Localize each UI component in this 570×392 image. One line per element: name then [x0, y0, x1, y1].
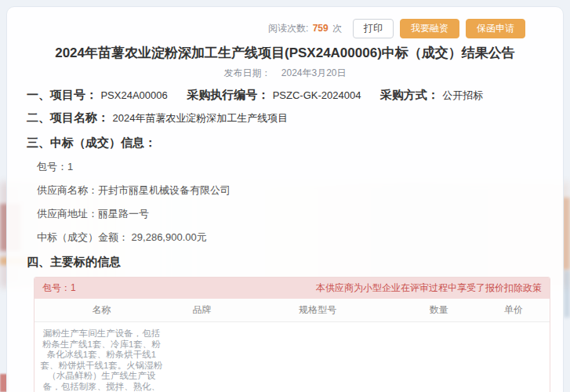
print-button[interactable]: 打印	[353, 19, 394, 38]
award-amount: 中标（成交）金额： 29,286,900.00元	[37, 230, 563, 245]
publish-date: 发布日期： 2024年3月20日	[7, 67, 563, 80]
page-title: 2024年苗薯农业淀粉深加工生产线项目(PSX24A00006)中标（成交）结果…	[7, 44, 563, 62]
exec-number-value: PSZC-GK-2024004	[273, 89, 361, 101]
col-header-name: 名称	[34, 299, 169, 322]
supplier-address: 供应商地址：丽星路一号	[37, 207, 563, 221]
col-header-brand: 品牌	[169, 299, 235, 322]
toolbar: 阅读次数: 759 次 打印 我要融资 保函申请	[7, 18, 525, 38]
supplier-name: 供应商名称：开封市丽星机械设备有限公司	[37, 183, 563, 198]
cell-quantity: -	[400, 322, 477, 392]
package-policy-note: 本供应商为小型企业在评审过程中享受了报价扣除政策	[316, 281, 542, 295]
read-count-label: 阅读次数:	[268, 23, 308, 34]
cell-brand: -	[169, 322, 235, 392]
project-name-value: 2024年苗薯农业淀粉深加工生产线项目	[112, 112, 288, 124]
cell-unit-price: -	[477, 322, 550, 392]
items-table-header-row: 名称 品牌 规格型号 数量 单价	[34, 299, 550, 322]
cell-name: 漏粉生产车间生产设备，包括粉条生产线1套、冷库1套、粉条化冰线1套、粉条烘干线1…	[34, 322, 169, 392]
publish-date-label: 发布日期：	[223, 67, 270, 78]
guarantee-apply-button[interactable]: 保函申请	[466, 19, 525, 38]
publish-date-value: 2024年3月20日	[281, 67, 347, 78]
financing-button[interactable]: 我要融资	[400, 19, 459, 38]
col-header-unit-price: 单价	[477, 299, 550, 322]
award-bag-number: 包号：1	[37, 160, 563, 174]
col-header-spec: 规格型号	[235, 299, 400, 322]
package-block: 包号：1 本供应商为小型企业在评审过程中享受了报价扣除政策 名称 品牌 规格型号…	[34, 277, 550, 392]
read-count: 阅读次数: 759 次	[268, 22, 342, 35]
package-bag-number: 包号：1	[42, 281, 76, 295]
table-row: 漏粉生产车间生产设备，包括粉条生产线1套、冷库1套、粉条化冰线1套、粉条烘干线1…	[34, 322, 550, 392]
section-subject-info-heading: 四、主要标的信息	[27, 255, 563, 270]
announcement-card: 阅读次数: 759 次 打印 我要融资 保函申请 2024年苗薯农业淀粉深加工生…	[6, 6, 564, 392]
procurement-method-label: 采购方式：	[380, 88, 439, 101]
project-number-pair: 一、项目号： PSX24A00006	[27, 88, 171, 101]
section-project-number: 一、项目号： PSX24A00006 采购执行编号： PSZC-GK-20240…	[27, 88, 563, 103]
procurement-method-pair: 采购方式： 公开招标	[380, 88, 483, 101]
section-project-name: 二、项目名称： 2024年苗薯农业淀粉深加工生产线项目	[27, 111, 563, 125]
project-number-label: 一、项目号：	[27, 88, 97, 101]
project-name-label: 二、项目名称：	[27, 111, 109, 124]
right-building-decor-2	[564, 270, 570, 318]
exec-number-pair: 采购执行编号： PSZC-GK-2024004	[187, 88, 365, 101]
package-banner: 包号：1 本供应商为小型企业在评审过程中享受了报价扣除政策	[34, 278, 550, 299]
project-number-value: PSX24A00006	[100, 89, 167, 101]
section-award-info-heading: 三、中标（成交）信息：	[27, 136, 563, 151]
exec-number-label: 采购执行编号：	[187, 88, 269, 101]
procurement-method-value: 公开招标	[442, 89, 483, 101]
read-count-value: 759	[313, 23, 329, 34]
items-table: 名称 品牌 规格型号 数量 单价 漏粉生产车间生产设备，包括粉条生产线1套、冷库…	[34, 299, 550, 392]
cell-spec: 响应招标文件技术参数要求	[235, 322, 400, 392]
col-header-quantity: 数量	[400, 299, 477, 322]
read-count-unit: 次	[332, 23, 342, 34]
